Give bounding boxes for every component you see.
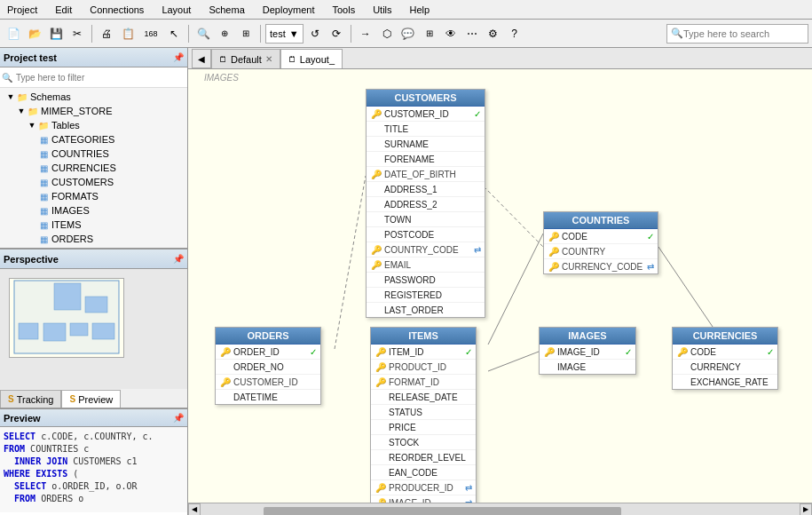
project-selector[interactable]: test ▼ bbox=[265, 24, 304, 44]
menu-project[interactable]: Project bbox=[4, 3, 41, 17]
diagram-canvas[interactable]: IMAGES CUSTOMERS 🔑 C bbox=[188, 69, 812, 503]
schema-button[interactable]: ⬡ bbox=[377, 24, 397, 44]
check-image-id: ✓ bbox=[625, 347, 632, 357]
menu-utils[interactable]: Utils bbox=[369, 3, 395, 17]
tree-table-categories[interactable]: ▦ CATEGORIES bbox=[0, 132, 187, 147]
tree-mimer-store[interactable]: ▼ 📁 MIMER_STORE bbox=[0, 104, 187, 118]
tree-table-items[interactable]: ▦ ITEMS bbox=[0, 218, 187, 232]
h-scroll-thumb[interactable] bbox=[264, 507, 621, 516]
table-customers[interactable]: CUSTOMERS 🔑 CUSTOMER_ID ✓ TITLE SURNAME bbox=[366, 89, 485, 318]
field-ean-code: EAN_CODE bbox=[371, 465, 476, 480]
arrows-country-code: ⇄ bbox=[474, 245, 481, 255]
tree-table-images[interactable]: ▦ IMAGES bbox=[0, 203, 187, 218]
tables-toggle[interactable]: ▼ bbox=[27, 120, 37, 131]
search-box[interactable]: 🔍 bbox=[666, 24, 808, 44]
filter-input[interactable] bbox=[14, 69, 169, 85]
tree-table-orders[interactable]: ▦ ORDERS bbox=[0, 232, 187, 246]
field-town: TOWN bbox=[367, 212, 485, 227]
field-name-currency-code: CURRENCY_CODE bbox=[562, 262, 643, 272]
tree-tables[interactable]: ▼ 📁 Tables bbox=[0, 118, 187, 132]
table-orders[interactable]: ORDERS 🔑 ORDER_ID ✓ ORDER_NO 🔑 CUSTOMER_… bbox=[215, 327, 321, 405]
fk-icon-product-id: 🔑 bbox=[374, 360, 387, 373]
tables-label: Tables bbox=[51, 120, 80, 131]
horizontal-scrollbar[interactable]: ◀ ▶ bbox=[188, 503, 812, 515]
cut-button[interactable]: ✂ bbox=[67, 24, 87, 44]
perspective-header: Perspective 📌 bbox=[0, 250, 187, 269]
pk-icon-image-id: 🔑 bbox=[543, 345, 556, 358]
zoom-in-button[interactable]: ⊕ bbox=[215, 24, 234, 44]
menu-tools[interactable]: Tools bbox=[328, 3, 359, 17]
project-panel-header: Project test 📌 bbox=[0, 48, 187, 67]
tab-layout[interactable]: 🗒 Layout_ bbox=[280, 49, 343, 68]
tree-table-formats[interactable]: ▦ FORMATS bbox=[0, 189, 187, 203]
spacer-price bbox=[374, 421, 387, 433]
menu-schema[interactable]: Schema bbox=[205, 3, 248, 17]
field-name-release-date: RELEASE_DATE bbox=[389, 392, 458, 402]
main-area: Project test 📌 🔍 ▼ 📁 Schemas ▼ bbox=[0, 48, 812, 515]
settings-button[interactable]: ⚙ bbox=[484, 24, 503, 44]
view-button[interactable]: 👁 bbox=[441, 24, 461, 44]
spacer-release-date bbox=[374, 391, 387, 403]
fk-icon-country: 🔑 bbox=[548, 245, 560, 258]
mimer-store-label: MIMER_STORE bbox=[41, 106, 112, 116]
table-currencies[interactable]: CURRENCIES 🔑 CODE ✓ CURRENCY EXCHANGE_RA… bbox=[672, 327, 778, 390]
table-images[interactable]: IMAGES 🔑 IMAGE_ID ✓ IMAGE bbox=[539, 327, 636, 375]
spacer-currency bbox=[676, 360, 689, 373]
tree-table-customers[interactable]: ▦ CUSTOMERS bbox=[0, 175, 187, 189]
expand-panel-button[interactable]: ◀ bbox=[192, 49, 211, 68]
tree-table-currencies[interactable]: ▦ CURRENCIES bbox=[0, 161, 187, 175]
table-countries[interactable]: COUNTRIES 🔑 CODE ✓ 🔑 COUNTRY 🔑 CURRENCY_… bbox=[543, 211, 658, 274]
table-label-orders: ORDERS bbox=[51, 234, 93, 244]
tab-preview[interactable]: S Preview bbox=[61, 390, 121, 408]
field-name-product-id: PRODUCT_ID bbox=[389, 362, 446, 372]
preview-pin-button[interactable]: 📌 bbox=[173, 413, 184, 423]
menu-help[interactable]: Help bbox=[406, 3, 434, 17]
tab-default[interactable]: 🗒 Default ✕ bbox=[211, 49, 280, 68]
scroll-right-button[interactable]: ▶ bbox=[800, 503, 812, 516]
zoom-out-button[interactable]: 🔍 bbox=[193, 24, 213, 44]
menu-layout[interactable]: Layout bbox=[158, 3, 194, 17]
table-button[interactable]: ⊞ bbox=[420, 24, 439, 44]
field-name-code-currencies: CODE bbox=[690, 347, 716, 357]
field-name-customer-id: CUSTOMER_ID bbox=[384, 109, 449, 119]
refresh2-button[interactable]: ⟳ bbox=[327, 24, 346, 44]
open-button[interactable]: 📂 bbox=[25, 24, 44, 44]
field-code-countries: 🔑 CODE ✓ bbox=[544, 229, 658, 244]
new-button[interactable]: 📄 bbox=[4, 24, 23, 44]
spacer-reorder bbox=[374, 451, 387, 464]
cursor-button[interactable]: ↖ bbox=[164, 24, 184, 44]
msg-button[interactable]: 💬 bbox=[398, 24, 418, 44]
print2-button[interactable]: 📋 bbox=[118, 24, 138, 44]
menu-connections[interactable]: Connections bbox=[86, 3, 147, 17]
field-name-country: COUNTRY bbox=[562, 247, 605, 257]
perspective-pin-button[interactable]: 📌 bbox=[173, 254, 184, 264]
tab-tracking[interactable]: S Tracking bbox=[0, 390, 61, 408]
menu-edit[interactable]: Edit bbox=[51, 3, 75, 17]
print-button[interactable]: 🖨 bbox=[97, 24, 116, 44]
perspective-content[interactable] bbox=[0, 269, 187, 389]
schemas-toggle[interactable]: ▼ bbox=[5, 91, 16, 102]
save-button[interactable]: 💾 bbox=[46, 24, 66, 44]
zoom-fit-button[interactable]: ⊞ bbox=[236, 24, 256, 44]
more-button[interactable]: ⋯ bbox=[462, 24, 482, 44]
help-icon-button[interactable]: ? bbox=[505, 24, 524, 44]
spacer-registered bbox=[370, 289, 382, 301]
table-items[interactable]: ITEMS 🔑 ITEM_ID ✓ 🔑 PRODUCT_ID 🔑 FORMAT_… bbox=[370, 327, 477, 503]
tab-default-close[interactable]: ✕ bbox=[265, 54, 272, 64]
arrow-button[interactable]: → bbox=[356, 24, 375, 44]
menu-deployment[interactable]: Deployment bbox=[259, 3, 319, 17]
mimer-toggle[interactable]: ▼ bbox=[16, 106, 27, 116]
project-pin-button[interactable]: 📌 bbox=[173, 52, 184, 62]
scroll-left-button[interactable]: ◀ bbox=[188, 503, 201, 516]
tree-table-countries[interactable]: ▦ COUNTRIES bbox=[0, 147, 187, 161]
table-icon-categories: ▦ bbox=[37, 133, 50, 146]
search-input[interactable] bbox=[683, 28, 799, 39]
perspective-minimap[interactable] bbox=[9, 278, 124, 358]
countries-body: 🔑 CODE ✓ 🔑 COUNTRY 🔑 CURRENCY_CODE ⇄ bbox=[544, 229, 658, 273]
field-dob: 🔑 DATE_OF_BIRTH bbox=[367, 167, 485, 182]
num-button[interactable]: 168 bbox=[139, 24, 162, 44]
refresh-button[interactable]: ↺ bbox=[305, 24, 325, 44]
tab-default-icon: 🗒 bbox=[219, 55, 227, 64]
tree-schemas[interactable]: ▼ 📁 Schemas bbox=[0, 90, 187, 104]
field-name-status: STATUS bbox=[389, 408, 422, 417]
